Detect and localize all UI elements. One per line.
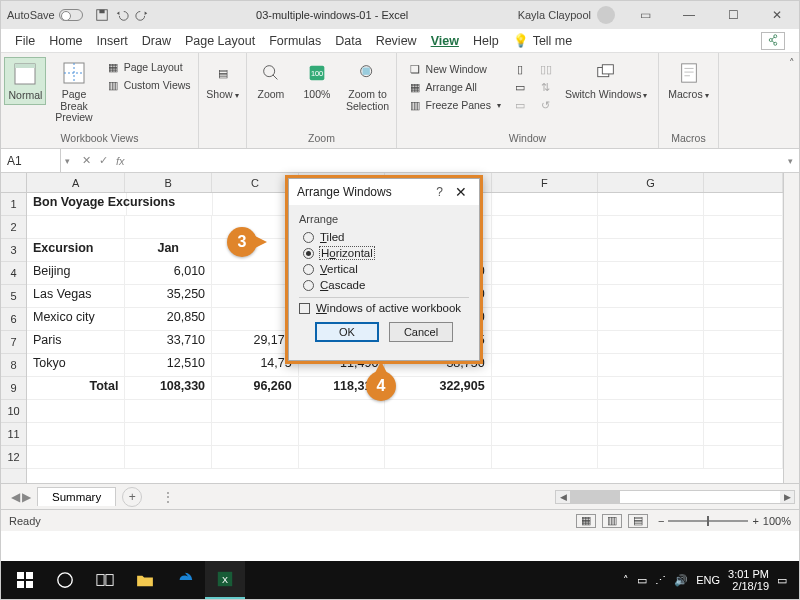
start-button[interactable] bbox=[5, 561, 45, 599]
col-header[interactable]: G bbox=[598, 173, 704, 192]
row-header[interactable]: 9 bbox=[1, 377, 26, 400]
tray-chevron-icon[interactable]: ˄ bbox=[623, 574, 629, 587]
autosave-toggle[interactable]: AutoSave bbox=[1, 9, 89, 21]
cell[interactable]: 35,250 bbox=[125, 285, 212, 308]
tab-prev-icon[interactable]: ◀ bbox=[11, 490, 20, 504]
row-header[interactable]: 11 bbox=[1, 423, 26, 446]
enter-formula-icon[interactable]: ✓ bbox=[99, 154, 108, 167]
macros-button[interactable]: Macros▾ bbox=[664, 57, 712, 103]
normal-view-button[interactable]: Normal bbox=[4, 57, 46, 105]
collapse-ribbon-icon[interactable]: ˄ bbox=[789, 57, 795, 70]
menu-page-layout[interactable]: Page Layout bbox=[185, 34, 255, 48]
radio-vertical[interactable]: Vertical bbox=[299, 261, 469, 277]
zoom-slider[interactable] bbox=[668, 520, 748, 522]
tray-language[interactable]: ENG bbox=[696, 574, 720, 586]
cell[interactable]: 6,010 bbox=[125, 262, 212, 285]
scroll-left-icon[interactable]: ◀ bbox=[556, 491, 570, 503]
view-side-by-side-button[interactable]: ▯▯ bbox=[535, 61, 557, 77]
zoom-100-button[interactable]: 100 100% bbox=[296, 57, 338, 103]
row-header[interactable]: 6 bbox=[1, 308, 26, 331]
row-header[interactable]: 3 bbox=[1, 239, 26, 262]
custom-views-button[interactable]: ▥ Custom Views bbox=[102, 77, 195, 93]
edge-icon[interactable] bbox=[165, 561, 205, 599]
tray-wifi-icon[interactable]: ⋰ bbox=[655, 574, 666, 587]
zoom-in-icon[interactable]: + bbox=[752, 515, 758, 527]
arrange-all-button[interactable]: ▦ Arrange All bbox=[404, 79, 505, 95]
horizontal-scrollbar[interactable]: ◀ ▶ bbox=[555, 490, 795, 504]
cell[interactable]: Tokyo bbox=[27, 354, 125, 377]
row-header[interactable]: 2 bbox=[1, 216, 26, 239]
menu-formulas[interactable]: Formulas bbox=[269, 34, 321, 48]
menu-review[interactable]: Review bbox=[376, 34, 417, 48]
radio-cascade[interactable]: Cascade bbox=[299, 277, 469, 293]
page-break-statusbar-icon[interactable]: ▤ bbox=[628, 514, 648, 528]
scroll-right-icon[interactable]: ▶ bbox=[780, 491, 794, 503]
cell[interactable]: 322,905 bbox=[385, 377, 491, 400]
menu-help[interactable]: Help bbox=[473, 34, 499, 48]
reset-position-button[interactable]: ↺ bbox=[535, 97, 557, 113]
ribbon-options-icon[interactable]: ▭ bbox=[623, 1, 667, 29]
cell[interactable]: Las Vegas bbox=[27, 285, 125, 308]
cell[interactable]: 20,850 bbox=[125, 308, 212, 331]
page-break-preview-button[interactable]: Page Break Preview bbox=[50, 57, 97, 126]
cell[interactable]: Beijing bbox=[27, 262, 125, 285]
page-layout-statusbar-icon[interactable]: ▥ bbox=[602, 514, 622, 528]
row-header[interactable]: 1 bbox=[1, 193, 26, 216]
tab-next-icon[interactable]: ▶ bbox=[22, 490, 31, 504]
cell[interactable]: Mexico city bbox=[27, 308, 125, 331]
show-button[interactable]: ▤ Show▾ bbox=[202, 57, 244, 103]
select-all-corner[interactable] bbox=[1, 173, 26, 193]
excel-taskbar-icon[interactable]: X bbox=[205, 561, 245, 599]
expand-formula-icon[interactable]: ▾ bbox=[782, 156, 799, 166]
row-header[interactable]: 8 bbox=[1, 354, 26, 377]
menu-insert[interactable]: Insert bbox=[97, 34, 128, 48]
row-header[interactable]: 10 bbox=[1, 400, 26, 423]
col-header[interactable]: B bbox=[125, 173, 212, 192]
cell[interactable]: Total bbox=[27, 377, 125, 400]
sync-scroll-button[interactable]: ⇅ bbox=[535, 79, 557, 95]
cortana-icon[interactable] bbox=[45, 561, 85, 599]
tray-battery-icon[interactable]: ▭ bbox=[637, 574, 647, 587]
cell[interactable]: Excursion bbox=[27, 239, 125, 262]
share-button[interactable] bbox=[761, 32, 785, 50]
name-box-dropdown-icon[interactable]: ▾ bbox=[61, 156, 74, 166]
name-box[interactable]: A1 bbox=[1, 149, 61, 172]
row-header[interactable]: 7 bbox=[1, 331, 26, 354]
tell-me[interactable]: 💡 Tell me bbox=[513, 33, 573, 48]
normal-view-statusbar-icon[interactable]: ▦ bbox=[576, 514, 596, 528]
page-layout-button[interactable]: ▦ Page Layout bbox=[102, 59, 195, 75]
sheet-tab-summary[interactable]: Summary bbox=[37, 487, 116, 506]
zoom-percent[interactable]: 100% bbox=[763, 515, 791, 527]
col-header[interactable] bbox=[704, 173, 783, 192]
close-icon[interactable]: ✕ bbox=[755, 1, 799, 29]
cell[interactable]: Bon Voyage Excursions bbox=[27, 193, 127, 216]
dialog-close-icon[interactable]: ✕ bbox=[451, 184, 471, 200]
menu-view[interactable]: View bbox=[431, 34, 459, 48]
radio-horizontal[interactable]: Horizontal bbox=[299, 245, 469, 261]
redo-icon[interactable] bbox=[135, 8, 149, 22]
freeze-panes-button[interactable]: ▥ Freeze Panes▾ bbox=[404, 97, 505, 113]
col-header[interactable]: A bbox=[27, 173, 125, 192]
cancel-formula-icon[interactable]: ✕ bbox=[82, 154, 91, 167]
cell[interactable]: 12,510 bbox=[125, 354, 212, 377]
unhide-button[interactable]: ▭ bbox=[509, 97, 531, 113]
file-explorer-icon[interactable] bbox=[125, 561, 165, 599]
tray-clock[interactable]: 3:01 PM 2/18/19 bbox=[728, 568, 769, 592]
save-icon[interactable] bbox=[95, 8, 109, 22]
user-name[interactable]: Kayla Claypool bbox=[510, 6, 623, 24]
cancel-button[interactable]: Cancel bbox=[389, 322, 453, 342]
dialog-help-icon[interactable]: ? bbox=[428, 185, 451, 199]
cell[interactable]: 108,330 bbox=[125, 377, 212, 400]
menu-draw[interactable]: Draw bbox=[142, 34, 171, 48]
undo-icon[interactable] bbox=[115, 8, 129, 22]
cell[interactable]: 96,260 bbox=[212, 377, 299, 400]
add-sheet-button[interactable]: + bbox=[122, 487, 142, 507]
tray-volume-icon[interactable]: 🔊 bbox=[674, 574, 688, 587]
menu-file[interactable]: File bbox=[15, 34, 35, 48]
cell[interactable]: Paris bbox=[27, 331, 125, 354]
zoom-button[interactable]: Zoom bbox=[250, 57, 292, 103]
cell[interactable]: Jan bbox=[125, 239, 212, 262]
zoom-out-icon[interactable]: − bbox=[658, 515, 664, 527]
hide-button[interactable]: ▭ bbox=[509, 79, 531, 95]
cell[interactable]: 33,710 bbox=[125, 331, 212, 354]
